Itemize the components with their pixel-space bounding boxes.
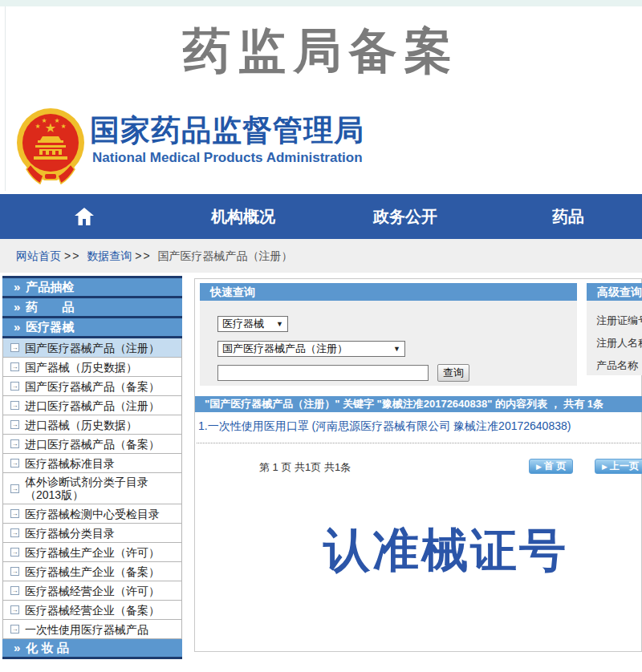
breadcrumb-home-link[interactable]: 网站首页 bbox=[16, 249, 61, 262]
link-box-icon: → bbox=[10, 401, 19, 410]
home-icon bbox=[74, 207, 95, 226]
link-box-icon: → bbox=[10, 420, 19, 429]
category-select-value: 医疗器械 bbox=[222, 317, 264, 331]
nav-item-gov-disclosure[interactable]: 政务公开 bbox=[373, 194, 437, 239]
sidebar-header-label: 医疗器械 bbox=[26, 320, 74, 334]
sidebar-item-9[interactable]: →医疗器械分类目录 bbox=[2, 524, 182, 543]
chevron-down-icon: ▼ bbox=[276, 320, 283, 328]
main-nav: 机构概况 政务公开 药品 bbox=[0, 194, 642, 239]
result-item-link[interactable]: 1.一次性使用医用口罩 (河南思源医疗器械有限公司 豫械注准2017264083… bbox=[198, 419, 571, 434]
sidebar-header-label: 化 妆 品 bbox=[26, 641, 68, 654]
chevrons-icon: » bbox=[14, 300, 20, 314]
sidebar-item-8[interactable]: →医疗器械检测中心受检目录 bbox=[2, 504, 182, 524]
svg-text:★: ★ bbox=[54, 117, 59, 124]
first-page-button[interactable]: ▶ 首 页 bbox=[529, 459, 573, 474]
agency-name-en: National Medical Products Administration bbox=[92, 150, 363, 166]
sidebar-divider bbox=[2, 657, 182, 659]
link-box-icon: → bbox=[10, 439, 19, 448]
page: 药监局备案 ★ ★ ★ ★ ★ 国家药品监督管理局 National Medic… bbox=[0, 0, 642, 672]
sidebar-item-10[interactable]: →医疗器械生产企业（许可） bbox=[2, 543, 182, 562]
page-title: 药监局备案 bbox=[0, 19, 642, 84]
link-box-icon: → bbox=[10, 509, 19, 518]
link-box-icon: → bbox=[10, 625, 19, 634]
category-select[interactable]: 医疗器械 ▼ bbox=[217, 316, 288, 332]
adv-field-product-name: 产品名称 bbox=[596, 358, 642, 373]
chevrons-icon: » bbox=[14, 280, 20, 293]
dotted-separator bbox=[197, 443, 640, 443]
chevron-down-icon: ▼ bbox=[393, 345, 400, 353]
svg-text:★: ★ bbox=[60, 123, 66, 130]
nav-item-drugs[interactable]: 药品 bbox=[552, 194, 584, 239]
watermark-text: 认准械证号 bbox=[323, 520, 568, 582]
quick-query-title: 快速查询 bbox=[200, 283, 577, 301]
link-box-icon: → bbox=[10, 528, 19, 537]
sidebar-header-label: 药 品 bbox=[26, 300, 74, 314]
sidebar: »产品抽检 »药 品 »医疗器械 →国产医疗器械产品（注册） →国产器械（历史数… bbox=[2, 276, 182, 659]
sidebar-item-12[interactable]: →医疗器械经营企业（许可） bbox=[2, 581, 182, 601]
svg-text:★: ★ bbox=[41, 117, 47, 124]
play-icon: ▶ bbox=[602, 463, 607, 471]
link-box-icon: → bbox=[10, 343, 19, 352]
sidebar-item-14[interactable]: →一次性使用医疗器械产品 bbox=[2, 620, 182, 639]
link-box-icon: → bbox=[10, 362, 19, 371]
sidebar-header-label: 产品抽检 bbox=[26, 280, 74, 293]
pagination-summary: 第 1 页 共1页 共1条 bbox=[259, 460, 351, 475]
sidebar-item-7[interactable]: →体外诊断试剂分类子目录（2013版） bbox=[2, 473, 182, 504]
sidebar-item-11[interactable]: →医疗器械生产企业（备案） bbox=[2, 562, 182, 581]
adv-field-registrant-name: 注册人名称 bbox=[596, 335, 642, 350]
results-header-bar: "国产医疗器械产品（注册）" 关键字 "豫械注准20172640838" 的内容… bbox=[195, 396, 642, 412]
link-box-icon: → bbox=[10, 605, 19, 614]
sidebar-item-4[interactable]: →进口器械（历史数据） bbox=[2, 415, 182, 435]
national-emblem-logo: ★ ★ ★ ★ ★ bbox=[16, 107, 85, 187]
breadcrumb-data-query-link[interactable]: 数据查询 bbox=[87, 249, 132, 262]
quick-query-panel: 快速查询 医疗器械 ▼ 国产医疗器械产品（注册） ▼ 查询 bbox=[200, 283, 577, 386]
sidebar-header-cosmetics[interactable]: »化 妆 品 bbox=[2, 639, 182, 657]
site-header: ★ ★ ★ ★ ★ 国家药品监督管理局 National Medical Pro… bbox=[0, 103, 642, 191]
play-icon: ▶ bbox=[536, 463, 542, 471]
sidebar-item-5[interactable]: →进口医疗器械产品（备案） bbox=[2, 435, 182, 454]
type-select-value: 国产医疗器械产品（注册） bbox=[222, 342, 347, 356]
advanced-query-title: 高级查询 bbox=[587, 283, 642, 301]
sidebar-item-1[interactable]: →国产器械（历史数据） bbox=[2, 358, 182, 377]
prev-page-label: 上一页 bbox=[610, 459, 639, 473]
sidebar-item-0[interactable]: →国产医疗器械产品（注册） bbox=[2, 338, 182, 358]
top-strip bbox=[0, 0, 642, 6]
breadcrumb-separator: >> bbox=[64, 249, 80, 262]
svg-text:★: ★ bbox=[35, 123, 40, 130]
prev-page-button[interactable]: ▶ 上一页 bbox=[595, 459, 642, 474]
sidebar-header-product-sampling[interactable]: »产品抽检 bbox=[2, 278, 182, 296]
sidebar-item-13[interactable]: →医疗器械经营企业（备案） bbox=[2, 601, 182, 620]
link-box-icon: → bbox=[10, 548, 19, 557]
link-box-icon: → bbox=[10, 459, 19, 468]
search-button[interactable]: 查询 bbox=[437, 364, 469, 382]
sidebar-item-3[interactable]: →进口医疗器械产品（注册） bbox=[2, 396, 182, 415]
chevrons-icon: » bbox=[14, 320, 20, 334]
chevrons-icon: » bbox=[14, 641, 20, 654]
advanced-query-panel: 高级查询 注册证编号 注册人名称 产品名称 bbox=[587, 283, 642, 375]
breadcrumb-current: 国产医疗器械产品（注册） bbox=[158, 249, 293, 262]
sidebar-header-drugs[interactable]: »药 品 bbox=[2, 298, 182, 316]
sidebar-item-6[interactable]: →医疗器械标准目录 bbox=[2, 454, 182, 473]
sidebar-header-medical-devices[interactable]: »医疗器械 bbox=[2, 318, 182, 336]
breadcrumb-separator: >> bbox=[135, 249, 151, 262]
keyword-input[interactable] bbox=[217, 365, 429, 381]
sidebar-item-2[interactable]: →国产医疗器械产品（备案） bbox=[2, 377, 182, 396]
agency-name-cn: 国家药品监督管理局 bbox=[90, 111, 364, 151]
home-nav-item[interactable] bbox=[74, 207, 95, 229]
link-box-icon: → bbox=[10, 567, 19, 576]
link-box-icon: → bbox=[10, 586, 19, 595]
type-select[interactable]: 国产医疗器械产品（注册） ▼ bbox=[217, 341, 405, 357]
adv-field-reg-cert-no: 注册证编号 bbox=[596, 313, 642, 328]
breadcrumb: 网站首页>> 数据查询>> 国产医疗器械产品（注册） bbox=[0, 239, 642, 273]
nav-item-org-overview[interactable]: 机构概况 bbox=[211, 194, 275, 239]
main-content: 快速查询 医疗器械 ▼ 国产医疗器械产品（注册） ▼ 查询 高级查询 注册证编号… bbox=[194, 278, 642, 652]
link-box-icon: → bbox=[10, 484, 19, 493]
link-box-icon: → bbox=[10, 382, 19, 391]
first-page-label: 首 页 bbox=[544, 459, 566, 473]
